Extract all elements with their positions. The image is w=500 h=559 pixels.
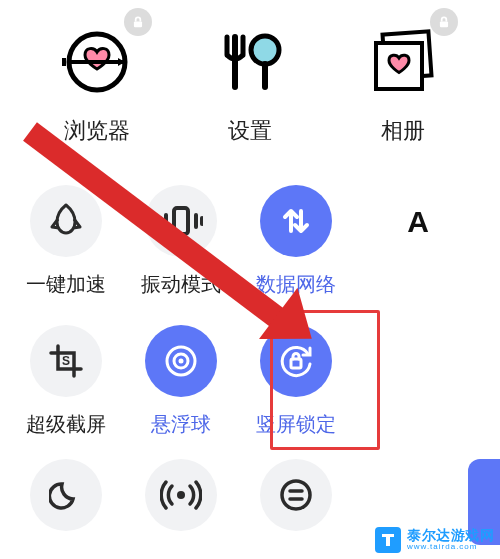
qs-label: 振动模式	[141, 271, 221, 298]
qs-row-2: S 超级截屏 悬浮球	[8, 319, 492, 459]
qs-font-size[interactable]: A	[353, 179, 483, 319]
watermark-badge-icon	[375, 527, 401, 553]
qs-vibrate[interactable]: 振动模式	[123, 179, 238, 319]
quick-settings-grid: 一键加速 振动模式 数据网络	[0, 174, 500, 543]
boost-icon	[30, 185, 102, 257]
qs-label: 数据网络	[256, 271, 336, 298]
qs-boost[interactable]: 一键加速	[8, 179, 123, 319]
qs-label: 悬浮球	[151, 411, 211, 438]
qs-screenshot[interactable]: S 超级截屏	[8, 319, 123, 459]
qs-label: 一键加速	[26, 271, 106, 298]
svg-text:S: S	[62, 354, 70, 368]
app-row: 浏览器 设置 相册	[0, 0, 500, 158]
svg-rect-10	[440, 21, 448, 27]
list-icon	[260, 459, 332, 531]
gallery-heart-icon	[363, 22, 443, 102]
svg-point-24	[282, 481, 310, 509]
app-gallery[interactable]: 相册	[338, 22, 468, 152]
watermark-url: www.tairda.com	[407, 543, 494, 551]
app-label: 浏览器	[64, 116, 130, 146]
lock-icon	[124, 8, 152, 36]
data-swap-icon	[260, 185, 332, 257]
app-label: 相册	[381, 116, 425, 146]
font-size-icon: A	[407, 205, 429, 239]
qs-rotation-lock[interactable]: 竖屏锁定	[238, 319, 353, 459]
quick-settings-panel: { "apps": [ { "label": "浏览器", "icon": "h…	[0, 0, 500, 559]
app-label: 设置	[228, 116, 272, 146]
moon-icon	[30, 459, 102, 531]
watermark: 泰尔达游戏网 www.tairda.com	[375, 527, 494, 553]
qs-menu[interactable]	[238, 453, 353, 543]
app-settings[interactable]: 设置	[185, 22, 315, 152]
hotspot-icon	[145, 459, 217, 531]
svg-rect-0	[134, 21, 142, 27]
qs-float-ball[interactable]: 悬浮球	[123, 319, 238, 459]
svg-point-23	[177, 491, 185, 499]
svg-rect-13	[174, 208, 188, 234]
svg-point-21	[178, 359, 183, 364]
app-browser[interactable]: 浏览器	[32, 22, 162, 152]
svg-point-8	[251, 36, 279, 64]
heart-target-icon	[57, 22, 137, 102]
lock-icon	[430, 8, 458, 36]
qs-hotspot[interactable]	[123, 453, 238, 543]
qs-row-1: 一键加速 振动模式 数据网络	[8, 179, 492, 319]
float-ball-icon	[145, 325, 217, 397]
rotation-lock-icon	[260, 325, 332, 397]
qs-label: 超级截屏	[26, 411, 106, 438]
screenshot-icon: S	[30, 325, 102, 397]
watermark-title: 泰尔达游戏网	[407, 528, 494, 543]
cutlery-icon	[210, 22, 290, 102]
qs-data[interactable]: 数据网络	[238, 179, 353, 319]
qs-night-mode[interactable]	[8, 453, 123, 543]
qs-label: 竖屏锁定	[256, 411, 336, 438]
vibrate-icon	[145, 185, 217, 257]
